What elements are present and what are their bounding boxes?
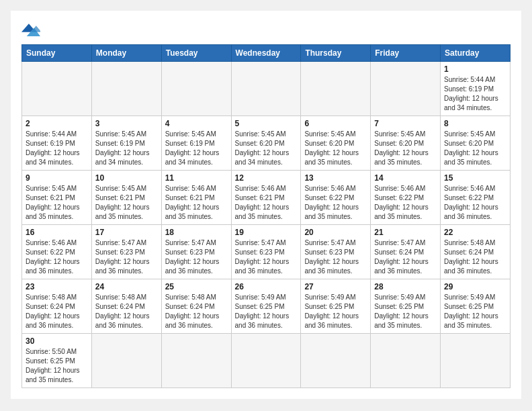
calendar-table: SundayMondayTuesdayWednesdayThursdayFrid… [21, 44, 511, 388]
day-number: 7 [374, 119, 437, 128]
calendar-week-0: 1Sunrise: 5:44 AM Sunset: 6:19 PM Daylig… [22, 62, 511, 116]
calendar-cell [371, 334, 441, 388]
day-number: 23 [26, 282, 88, 291]
day-number: 12 [235, 173, 298, 183]
day-number: 2 [26, 119, 88, 128]
day-info: Sunrise: 5:48 AM Sunset: 6:24 PM Dayligh… [444, 238, 506, 276]
calendar-cell: 17Sunrise: 5:47 AM Sunset: 6:23 PM Dayli… [91, 225, 161, 279]
day-info: Sunrise: 5:45 AM Sunset: 6:20 PM Dayligh… [374, 130, 437, 167]
day-info: Sunrise: 5:46 AM Sunset: 6:22 PM Dayligh… [304, 184, 367, 222]
day-info: Sunrise: 5:45 AM Sunset: 6:20 PM Dayligh… [235, 130, 298, 167]
calendar-cell: 15Sunrise: 5:46 AM Sunset: 6:22 PM Dayli… [441, 171, 511, 225]
logo [21, 21, 43, 36]
calendar-cell [441, 334, 511, 388]
day-number: 3 [95, 119, 158, 128]
day-info: Sunrise: 5:47 AM Sunset: 6:24 PM Dayligh… [374, 238, 437, 276]
day-info: Sunrise: 5:45 AM Sunset: 6:21 PM Dayligh… [95, 184, 158, 222]
calendar-cell [301, 334, 371, 388]
calendar-week-4: 23Sunrise: 5:48 AM Sunset: 6:24 PM Dayli… [22, 279, 511, 334]
day-number: 27 [304, 282, 367, 291]
calendar-cell: 20Sunrise: 5:47 AM Sunset: 6:23 PM Dayli… [301, 225, 371, 279]
calendar-cell [22, 62, 92, 116]
calendar-cell: 10Sunrise: 5:45 AM Sunset: 6:21 PM Dayli… [91, 171, 161, 225]
calendar-cell: 9Sunrise: 5:45 AM Sunset: 6:21 PM Daylig… [22, 171, 92, 225]
calendar-cell [231, 334, 301, 388]
weekday-header-friday: Friday [371, 45, 441, 62]
day-info: Sunrise: 5:45 AM Sunset: 6:21 PM Dayligh… [26, 184, 88, 222]
day-info: Sunrise: 5:48 AM Sunset: 6:24 PM Dayligh… [95, 293, 158, 330]
day-number: 13 [304, 173, 367, 183]
day-number: 25 [165, 282, 228, 291]
day-info: Sunrise: 5:45 AM Sunset: 6:20 PM Dayligh… [304, 130, 367, 167]
day-number: 19 [235, 228, 298, 237]
weekday-header-sunday: Sunday [22, 45, 92, 62]
calendar-cell: 16Sunrise: 5:46 AM Sunset: 6:22 PM Dayli… [22, 225, 92, 279]
calendar-cell: 11Sunrise: 5:46 AM Sunset: 6:21 PM Dayli… [161, 171, 231, 225]
calendar-week-2: 9Sunrise: 5:45 AM Sunset: 6:21 PM Daylig… [22, 171, 511, 225]
day-number: 15 [444, 173, 506, 183]
calendar-cell: 24Sunrise: 5:48 AM Sunset: 6:24 PM Dayli… [91, 279, 161, 334]
weekday-header-monday: Monday [91, 45, 161, 62]
calendar-cell: 7Sunrise: 5:45 AM Sunset: 6:20 PM Daylig… [371, 116, 441, 171]
calendar-cell: 6Sunrise: 5:45 AM Sunset: 6:20 PM Daylig… [301, 116, 371, 171]
calendar-cell: 29Sunrise: 5:49 AM Sunset: 6:25 PM Dayli… [441, 279, 511, 334]
calendar-week-3: 16Sunrise: 5:46 AM Sunset: 6:22 PM Dayli… [22, 225, 511, 279]
day-number: 5 [235, 119, 298, 128]
weekday-header-saturday: Saturday [441, 45, 511, 62]
day-info: Sunrise: 5:48 AM Sunset: 6:24 PM Dayligh… [26, 293, 88, 330]
calendar-cell: 22Sunrise: 5:48 AM Sunset: 6:24 PM Dayli… [441, 225, 511, 279]
calendar-cell: 2Sunrise: 5:44 AM Sunset: 6:19 PM Daylig… [22, 116, 92, 171]
day-number: 20 [304, 228, 367, 237]
weekday-header-thursday: Thursday [301, 45, 371, 62]
weekday-header-row: SundayMondayTuesdayWednesdayThursdayFrid… [22, 45, 511, 62]
day-number: 6 [304, 119, 367, 128]
day-number: 16 [26, 228, 88, 237]
day-number: 30 [26, 336, 88, 346]
day-info: Sunrise: 5:47 AM Sunset: 6:23 PM Dayligh… [165, 238, 228, 276]
day-info: Sunrise: 5:44 AM Sunset: 6:19 PM Dayligh… [444, 75, 506, 113]
day-number: 26 [235, 282, 298, 291]
calendar-cell [91, 62, 161, 116]
calendar-cell [231, 62, 301, 116]
day-info: Sunrise: 5:49 AM Sunset: 6:25 PM Dayligh… [304, 293, 367, 330]
calendar-cell: 19Sunrise: 5:47 AM Sunset: 6:23 PM Dayli… [231, 225, 301, 279]
day-info: Sunrise: 5:47 AM Sunset: 6:23 PM Dayligh… [235, 238, 298, 276]
calendar-cell [161, 62, 231, 116]
calendar-week-1: 2Sunrise: 5:44 AM Sunset: 6:19 PM Daylig… [22, 116, 511, 171]
calendar-cell: 25Sunrise: 5:48 AM Sunset: 6:24 PM Dayli… [161, 279, 231, 334]
day-number: 9 [26, 173, 88, 183]
day-number: 29 [444, 282, 506, 291]
calendar-cell [161, 334, 231, 388]
day-info: Sunrise: 5:47 AM Sunset: 6:23 PM Dayligh… [95, 238, 158, 276]
day-info: Sunrise: 5:44 AM Sunset: 6:19 PM Dayligh… [26, 130, 88, 167]
calendar-cell: 12Sunrise: 5:46 AM Sunset: 6:21 PM Dayli… [231, 171, 301, 225]
day-number: 21 [374, 228, 437, 237]
weekday-header-wednesday: Wednesday [231, 45, 301, 62]
calendar-cell [301, 62, 371, 116]
day-number: 24 [95, 282, 158, 291]
day-number: 1 [444, 64, 506, 74]
day-number: 8 [444, 119, 506, 128]
day-info: Sunrise: 5:46 AM Sunset: 6:21 PM Dayligh… [165, 184, 228, 222]
calendar-cell: 1Sunrise: 5:44 AM Sunset: 6:19 PM Daylig… [441, 62, 511, 116]
calendar-cell [371, 62, 441, 116]
calendar-cell: 21Sunrise: 5:47 AM Sunset: 6:24 PM Dayli… [371, 225, 441, 279]
calendar-cell: 8Sunrise: 5:45 AM Sunset: 6:20 PM Daylig… [441, 116, 511, 171]
day-number: 4 [165, 119, 228, 128]
calendar-cell: 13Sunrise: 5:46 AM Sunset: 6:22 PM Dayli… [301, 171, 371, 225]
weekday-header-tuesday: Tuesday [161, 45, 231, 62]
day-number: 14 [374, 173, 437, 183]
day-number: 11 [165, 173, 228, 183]
day-number: 28 [374, 282, 437, 291]
day-info: Sunrise: 5:49 AM Sunset: 6:25 PM Dayligh… [444, 293, 506, 330]
calendar-cell: 3Sunrise: 5:45 AM Sunset: 6:19 PM Daylig… [91, 116, 161, 171]
day-info: Sunrise: 5:49 AM Sunset: 6:25 PM Dayligh… [235, 293, 298, 330]
day-info: Sunrise: 5:46 AM Sunset: 6:22 PM Dayligh… [26, 238, 88, 276]
day-number: 17 [95, 228, 158, 237]
calendar-week-5: 30Sunrise: 5:50 AM Sunset: 6:25 PM Dayli… [22, 334, 511, 388]
day-info: Sunrise: 5:46 AM Sunset: 6:21 PM Dayligh… [235, 184, 298, 222]
day-info: Sunrise: 5:45 AM Sunset: 6:19 PM Dayligh… [95, 130, 158, 167]
day-number: 22 [444, 228, 506, 237]
day-info: Sunrise: 5:48 AM Sunset: 6:24 PM Dayligh… [165, 293, 228, 330]
calendar-cell: 27Sunrise: 5:49 AM Sunset: 6:25 PM Dayli… [301, 279, 371, 334]
